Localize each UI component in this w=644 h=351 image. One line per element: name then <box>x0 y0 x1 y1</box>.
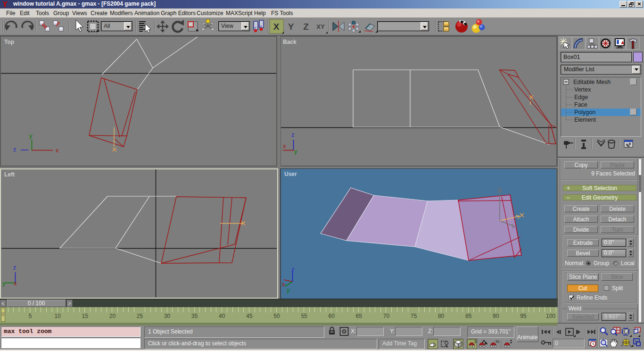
svg-text:y: y <box>29 132 33 139</box>
svg-text:x: x <box>282 281 285 288</box>
svg-text:Polygon: Polygon <box>574 109 595 116</box>
svg-text:3: 3 <box>474 339 477 344</box>
svg-text:Edge: Edge <box>574 94 588 100</box>
svg-text:z: z <box>13 264 17 271</box>
svg-text:Editable Mesh: Editable Mesh <box>573 79 611 85</box>
svg-text:y: y <box>287 286 290 293</box>
svg-text:Z: Z <box>303 22 309 32</box>
svg-text:x: x <box>283 142 286 150</box>
svg-text:x: x <box>14 280 17 287</box>
svg-text:Vertex: Vertex <box>574 86 591 93</box>
svg-text:%: % <box>495 339 499 344</box>
svg-text:y: y <box>294 148 297 155</box>
svg-text:z: z <box>13 146 17 153</box>
svg-text:Y: Y <box>288 22 294 32</box>
svg-text:Face: Face <box>574 101 587 108</box>
svg-text:z: z <box>291 131 295 138</box>
svg-text:z: z <box>291 266 295 273</box>
svg-text:Element: Element <box>574 117 596 123</box>
svg-text:y: y <box>2 280 6 287</box>
svg-text:x: x <box>56 147 59 154</box>
svg-text:XY: XY <box>316 23 325 30</box>
svg-text:X: X <box>273 22 280 32</box>
